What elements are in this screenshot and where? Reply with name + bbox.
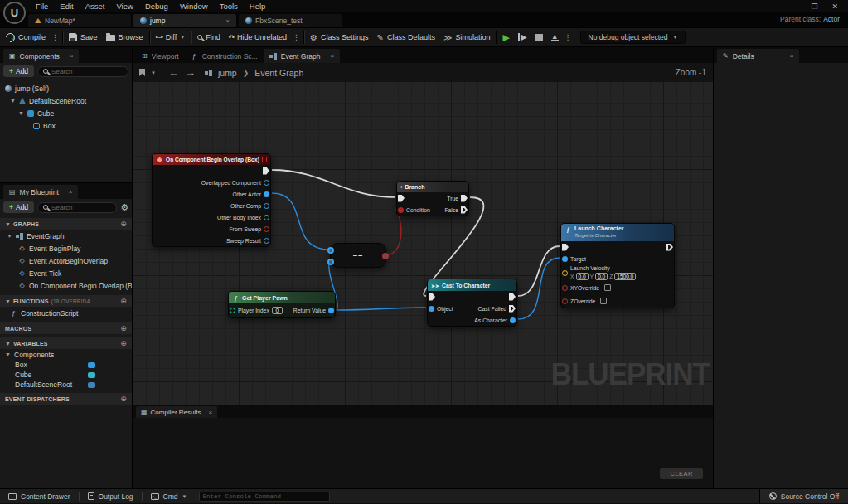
- menu-window[interactable]: Window: [174, 2, 214, 11]
- overlapped-component-pin[interactable]: [264, 180, 269, 186]
- velocity-z-input[interactable]: 1500.0: [614, 273, 636, 280]
- compile-button[interactable]: Compile: [2, 28, 50, 46]
- debug-object-dropdown[interactable]: No debug object selected▼: [580, 31, 686, 44]
- diff-button[interactable]: •–•Diff▼: [152, 28, 190, 46]
- class-defaults-button[interactable]: ✎Class Defaults: [373, 28, 439, 46]
- as-character-pin[interactable]: [510, 317, 516, 323]
- simulation-button[interactable]: ≫Simulation: [439, 28, 495, 46]
- z-override-pin[interactable]: [562, 298, 568, 304]
- close-icon[interactable]: ×: [208, 409, 212, 416]
- velocity-y-input[interactable]: 0.0: [595, 273, 608, 280]
- close-icon[interactable]: ×: [330, 52, 334, 60]
- menu-debug[interactable]: Debug: [139, 2, 174, 11]
- cast-failed-pin[interactable]: [509, 305, 516, 313]
- sweep-result-pin[interactable]: [264, 238, 269, 244]
- tab-newmap[interactable]: NewMap*: [28, 14, 131, 27]
- output-log-button[interactable]: Output Log: [80, 489, 142, 503]
- z-override-checkbox[interactable]: [600, 298, 607, 304]
- tree-item-defaultsceneroot[interactable]: ▼DefaultSceneRoot: [0, 94, 132, 107]
- cmd-dropdown[interactable]: >_Cmd▼: [143, 489, 196, 503]
- event-actorbeginoverlap-item[interactable]: ◇Event ActorBeginOverlap: [0, 254, 132, 267]
- play-options-icon[interactable]: ⋮: [563, 33, 574, 41]
- close-icon[interactable]: ×: [69, 188, 73, 196]
- add-graph-icon[interactable]: ⊕: [120, 220, 127, 228]
- add-variable-icon[interactable]: ⊕: [120, 339, 127, 347]
- object-pin[interactable]: [429, 306, 434, 312]
- launch-velocity-pin[interactable]: [562, 270, 568, 276]
- false-pin[interactable]: [461, 206, 468, 214]
- compile-options-icon[interactable]: ⋮: [50, 33, 61, 41]
- true-pin[interactable]: [461, 195, 468, 202]
- construction-script-tab[interactable]: ƒConstruction Sc...: [185, 49, 264, 63]
- tree-item-jump-self[interactable]: jump (Self): [0, 82, 132, 94]
- event-oncomponentbeginoverlap-item[interactable]: ◇On Component Begin Overlap (Box: [0, 279, 132, 292]
- menu-help[interactable]: Help: [244, 2, 272, 11]
- compiler-results-tab[interactable]: ▦Compiler Results×: [136, 406, 217, 418]
- node-get-player-pawn[interactable]: ƒGet Player Pawn Player Index0Return Val…: [228, 291, 336, 318]
- source-control-button[interactable]: Source Control Off: [759, 489, 848, 503]
- tree-item-box[interactable]: Box: [0, 119, 132, 132]
- from-sweep-pin[interactable]: [264, 226, 269, 232]
- console-input[interactable]: [199, 492, 330, 502]
- menu-file[interactable]: File: [30, 2, 54, 11]
- bookmark-icon[interactable]: [139, 69, 145, 76]
- target-pin[interactable]: [562, 256, 568, 262]
- player-index-pin[interactable]: [230, 308, 235, 313]
- return-value-pin[interactable]: [328, 308, 334, 313]
- tree-item-cube[interactable]: ▼Cube: [0, 107, 132, 119]
- construction-script-item[interactable]: ƒConstructionScript: [0, 307, 132, 319]
- exec-out-pin[interactable]: [263, 167, 269, 175]
- event-beginplay-item[interactable]: ◇Event BeginPlay: [0, 242, 132, 254]
- event-graph-canvas[interactable]: ▼ ← → jump ❯ Event Graph Zoom -1 BLUEPRI…: [133, 63, 713, 405]
- node-on-component-begin-overlap[interactable]: ◈On Component Begin Overlap (Box) Overla…: [152, 153, 271, 247]
- other-actor-pin[interactable]: [264, 191, 269, 197]
- parent-class-link[interactable]: Actor: [823, 15, 840, 23]
- menu-view[interactable]: View: [110, 2, 138, 11]
- menu-asset[interactable]: Asset: [80, 2, 111, 11]
- content-drawer-button[interactable]: Content Drawer: [0, 489, 79, 503]
- stop-button[interactable]: [531, 28, 547, 46]
- play-button[interactable]: ▶: [498, 28, 513, 46]
- close-icon[interactable]: ×: [790, 52, 794, 60]
- clear-button[interactable]: CLEAR: [660, 468, 703, 479]
- eject-button[interactable]: ▲: [547, 28, 563, 46]
- breadcrumb-current[interactable]: Event Graph: [254, 68, 303, 78]
- viewport-tab[interactable]: ⊞Viewport: [136, 49, 185, 63]
- add-component-button[interactable]: +Add: [3, 65, 34, 77]
- details-panel-tab[interactable]: ✎Details×: [717, 49, 799, 63]
- graphs-section-header[interactable]: ▼GRAPHS⊕: [0, 218, 132, 230]
- breadcrumb-root[interactable]: jump: [218, 68, 237, 78]
- player-index-input[interactable]: 0: [272, 307, 283, 314]
- exec-out-pin[interactable]: [509, 293, 516, 301]
- event-graph-item[interactable]: ▼EventGraph: [0, 230, 132, 242]
- node-cast-to-character[interactable]: ➤➤Cast To Character ObjectCast Failed As…: [427, 279, 517, 327]
- other-comp-pin[interactable]: [264, 203, 269, 209]
- close-icon[interactable]: ×: [70, 52, 74, 60]
- condition-pin[interactable]: [398, 207, 404, 213]
- functions-section-header[interactable]: ▼FUNCTIONS(18 OVERRIDA⊕: [0, 295, 132, 307]
- add-macro-icon[interactable]: ⊕: [120, 324, 127, 332]
- exec-in-pin[interactable]: [429, 293, 435, 301]
- add-dispatcher-icon[interactable]: ⊕: [120, 395, 127, 403]
- xy-override-checkbox[interactable]: [604, 284, 611, 291]
- xy-override-pin[interactable]: [562, 285, 568, 291]
- tab-jump[interactable]: jump ×: [133, 14, 236, 27]
- other-body-index-pin[interactable]: [264, 215, 269, 220]
- blueprint-settings-icon[interactable]: ⚙: [120, 202, 128, 213]
- node-branch[interactable]: ‹Branch True ConditionFalse: [396, 181, 469, 216]
- variables-section-header[interactable]: ▼VARIABLES⊕: [0, 337, 132, 349]
- exec-in-pin[interactable]: [398, 195, 405, 202]
- minimize-button[interactable]: –: [792, 2, 797, 11]
- my-blueprint-panel-tab[interactable]: ▤ My Blueprint ×: [3, 185, 78, 199]
- add-function-icon[interactable]: ⊕: [120, 297, 127, 305]
- exec-in-pin[interactable]: [562, 244, 569, 251]
- hide-unrelated-button[interactable]: •¨•Hide Unrelated: [225, 28, 291, 46]
- node-launch-character[interactable]: ƒ Launch CharacterTarget is Character Ta…: [560, 223, 675, 308]
- components-search[interactable]: [37, 66, 128, 77]
- back-icon[interactable]: ←: [168, 66, 179, 79]
- variable-cube[interactable]: Cube: [0, 370, 132, 380]
- add-blueprint-item-button[interactable]: +Add: [3, 201, 34, 213]
- variable-box[interactable]: Box: [0, 360, 132, 370]
- variable-defaultsceneroot[interactable]: DefaultSceneRoot: [0, 380, 132, 390]
- node-equals[interactable]: ==: [330, 243, 386, 268]
